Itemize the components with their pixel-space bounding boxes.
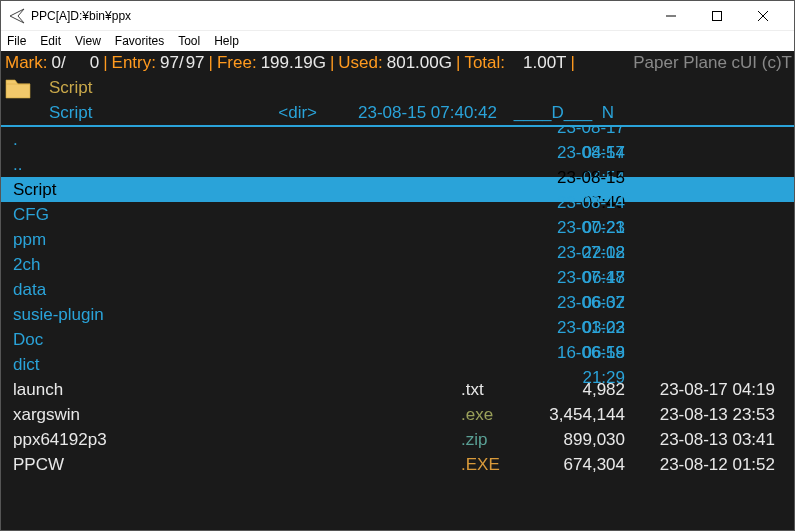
close-button[interactable] xyxy=(740,1,786,31)
status-bar: Mark: 0/ 0 | Entry: 97/ 97 | Free: 199.1… xyxy=(1,51,794,75)
header-detail: Script <dir> 23-08-15 07:40:42 ____D___ … xyxy=(1,100,794,125)
entry-current: 97/ xyxy=(160,53,184,73)
mark-total: 0 xyxy=(90,53,99,73)
status-entry: Entry: 97/ 97 xyxy=(108,53,209,73)
file-row[interactable]: Doc23-01-02 06:59 xyxy=(1,327,794,352)
file-name: ppm xyxy=(13,227,461,252)
menu-help[interactable]: Help xyxy=(214,34,239,48)
file-date: 23-08-13 23:53 xyxy=(625,402,775,427)
file-row[interactable]: ppm23-07-21 22:02 xyxy=(1,227,794,252)
file-row[interactable]: susie-plugin23-06-07 03:23 xyxy=(1,302,794,327)
file-name: susie-plugin xyxy=(13,302,461,327)
header-date: 23-08-15 07:40:42 xyxy=(317,103,497,123)
file-row[interactable]: CFG23-08-14 00:23 xyxy=(1,202,794,227)
minimize-button[interactable] xyxy=(648,1,694,31)
window-title: PPC[A]D:¥bin¥ppx xyxy=(31,9,648,23)
window-controls xyxy=(648,1,786,31)
file-date: 23-08-13 03:41 xyxy=(625,427,775,452)
file-ext: .txt xyxy=(461,377,517,402)
mark-current: 0/ xyxy=(52,53,66,73)
used-value: 801.00G xyxy=(387,53,452,73)
free-value: 199.19G xyxy=(261,53,326,73)
brand-text: Paper Plane cUI (c)T xyxy=(633,53,794,73)
file-name: .. xyxy=(13,152,461,177)
menu-edit[interactable]: Edit xyxy=(40,34,61,48)
maximize-button[interactable] xyxy=(694,1,740,31)
total-label: Total: xyxy=(464,53,505,73)
menu-favorites[interactable]: Favorites xyxy=(115,34,164,48)
file-row[interactable]: Script23-08-15 07:40 xyxy=(1,177,794,202)
file-list[interactable]: .23-08-17 04:54..23-08-17 04:54Script23-… xyxy=(1,127,794,531)
file-name: PPCW xyxy=(13,452,461,477)
header-folder-name: Script xyxy=(49,103,249,123)
file-size: 3,454,144 xyxy=(517,402,625,427)
status-used: Used: 801.00G xyxy=(334,53,456,73)
free-label: Free: xyxy=(217,53,257,73)
file-name: Script xyxy=(13,177,461,202)
status-free: Free: 199.19G xyxy=(213,53,330,73)
app-icon xyxy=(9,8,25,24)
svg-rect-1 xyxy=(713,11,722,20)
menu-tool[interactable]: Tool xyxy=(178,34,200,48)
status-total: Total: 1.00T xyxy=(460,53,570,73)
file-name: dict xyxy=(13,352,461,377)
file-row[interactable]: data23-07-18 06:32 xyxy=(1,277,794,302)
file-name: launch xyxy=(13,377,461,402)
menubar: File Edit View Favorites Tool Help xyxy=(1,31,794,51)
file-size: 899,030 xyxy=(517,427,625,452)
file-name: xargswin xyxy=(13,402,461,427)
file-name: CFG xyxy=(13,202,461,227)
file-ext: .EXE xyxy=(461,452,517,477)
used-label: Used: xyxy=(338,53,382,73)
file-row[interactable]: 2ch23-07-18 06:47 xyxy=(1,252,794,277)
file-ext: .exe xyxy=(461,402,517,427)
file-size: 674,304 xyxy=(517,452,625,477)
header-flags: ____D___ N xyxy=(497,103,614,123)
file-size: 4,982 xyxy=(517,377,625,402)
file-date: 23-08-17 04:19 xyxy=(625,377,775,402)
header-name: Script xyxy=(35,78,92,98)
file-row[interactable]: ppx64192p3.zip899,03023-08-13 03:41 xyxy=(1,427,794,452)
menu-file[interactable]: File xyxy=(7,34,26,48)
status-mark: Mark: 0/ 0 xyxy=(1,53,103,73)
file-row[interactable]: launch.txt4,98223-08-17 04:19 xyxy=(1,377,794,402)
file-name: . xyxy=(13,127,461,152)
titlebar: PPC[A]D:¥bin¥ppx xyxy=(1,1,794,31)
header-dir-tag: <dir> xyxy=(249,103,317,123)
mark-label: Mark: xyxy=(5,53,48,73)
file-row[interactable]: dict16-06-18 21:29 xyxy=(1,352,794,377)
file-name: ppx64192p3 xyxy=(13,427,461,452)
file-row[interactable]: ..23-08-17 04:54 xyxy=(1,152,794,177)
file-row[interactable]: PPCW.EXE674,30423-08-12 01:52 xyxy=(1,452,794,477)
file-ext: .zip xyxy=(461,427,517,452)
total-value: 1.00T xyxy=(523,53,566,73)
entry-total: 97 xyxy=(186,53,205,73)
file-row[interactable]: xargswin.exe3,454,14423-08-13 23:53 xyxy=(1,402,794,427)
file-row[interactable]: .23-08-17 04:54 xyxy=(1,127,794,152)
file-date: 23-08-12 01:52 xyxy=(625,452,775,477)
folder-icon xyxy=(1,76,35,100)
menu-view[interactable]: View xyxy=(75,34,101,48)
file-name: 2ch xyxy=(13,252,461,277)
file-name: data xyxy=(13,277,461,302)
entry-label: Entry: xyxy=(112,53,156,73)
file-name: Doc xyxy=(13,327,461,352)
path-header: Script Script <dir> 23-08-15 07:40:42 __… xyxy=(1,75,794,127)
